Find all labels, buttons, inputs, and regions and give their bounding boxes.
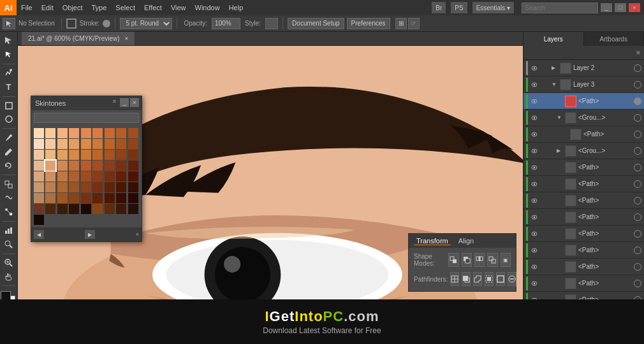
layer-expand-icon[interactable]: ▼: [557, 115, 563, 120]
pen-tool[interactable]: [1, 67, 17, 80]
layer-lock-icon[interactable]: [541, 163, 550, 172]
menu-select[interactable]: Select: [111, 0, 140, 15]
skintones-minimize-btn[interactable]: _: [120, 98, 129, 107]
swatch-21[interactable]: [69, 150, 79, 160]
swatch-32[interactable]: [92, 161, 103, 171]
ellipse-tool[interactable]: [1, 113, 17, 126]
swatch-30[interactable]: [69, 161, 79, 171]
swatch-19[interactable]: [45, 150, 55, 160]
pathfinder-crop-btn[interactable]: [485, 272, 494, 286]
pathfinder-merge-btn[interactable]: [473, 272, 482, 286]
document-close-icon[interactable]: ×: [125, 35, 129, 42]
swatch-62[interactable]: [128, 193, 138, 203]
swatch-11[interactable]: [57, 139, 68, 149]
layer-target-indicator[interactable]: [634, 131, 641, 138]
document-setup-button[interactable]: Document Setup: [288, 18, 344, 29]
layer-item[interactable]: <Path>: [523, 259, 644, 275]
layer-visibility-icon[interactable]: [530, 97, 539, 106]
swatch-54[interactable]: [34, 193, 44, 203]
layer-target-indicator[interactable]: [634, 280, 641, 287]
layer-target-indicator[interactable]: [634, 164, 641, 171]
swatch-61[interactable]: [116, 193, 126, 203]
swatch-45[interactable]: [34, 182, 44, 192]
swatch-7[interactable]: [116, 128, 126, 138]
layer-lock-icon[interactable]: [541, 113, 550, 122]
swatch-57[interactable]: [69, 193, 79, 203]
menu-help[interactable]: Help: [224, 0, 248, 15]
swatch-0[interactable]: [34, 128, 44, 138]
swatch-56[interactable]: [57, 193, 68, 203]
canvas-area[interactable]: 21.ai* @ 600% (CMYK/Preview) ×: [18, 32, 523, 330]
shape-mode-exclude-btn[interactable]: [487, 253, 497, 267]
menu-object[interactable]: Object: [58, 0, 87, 15]
layer-expand-icon[interactable]: ▶: [552, 65, 558, 71]
skintones-back-btn[interactable]: ◀: [34, 230, 44, 239]
document-tab[interactable]: 21.ai* @ 600% (CMYK/Preview) ×: [22, 32, 135, 45]
swatch-70[interactable]: [116, 204, 126, 214]
symbol-sprayer-tool[interactable]: [1, 238, 17, 251]
swatch-63[interactable]: [34, 204, 44, 214]
layer-visibility-icon[interactable]: [530, 196, 539, 205]
swatch-22[interactable]: [81, 150, 91, 160]
swatch-52[interactable]: [116, 182, 126, 192]
layer-target-indicator[interactable]: [634, 197, 641, 204]
swatch-60[interactable]: [105, 193, 115, 203]
swatch-13[interactable]: [81, 139, 91, 149]
swatch-72[interactable]: [34, 215, 44, 225]
layers-tab[interactable]: Layers: [523, 32, 584, 46]
swatch-66[interactable]: [69, 204, 79, 214]
layer-target-indicator[interactable]: [634, 230, 641, 238]
swatch-34[interactable]: [116, 161, 126, 171]
column-graph-tool[interactable]: [1, 224, 17, 237]
swatch-23[interactable]: [92, 150, 103, 160]
swatch-27[interactable]: [34, 161, 44, 171]
layer-item[interactable]: <Path>: [523, 275, 644, 292]
minimize-button[interactable]: _: [601, 3, 612, 12]
layer-item[interactable]: ▼Layer 3: [523, 76, 644, 93]
maximize-button[interactable]: □: [615, 3, 626, 12]
menu-file[interactable]: File: [17, 0, 37, 15]
layer-visibility-icon[interactable]: [530, 213, 539, 222]
menu-view[interactable]: View: [166, 0, 191, 15]
swatch-16[interactable]: [116, 139, 126, 149]
swatch-14[interactable]: [92, 139, 103, 149]
skintones-search-input[interactable]: [34, 113, 139, 123]
swatch-65[interactable]: [57, 204, 68, 214]
align-tab[interactable]: Align: [456, 237, 476, 245]
hand-tool[interactable]: [1, 271, 17, 283]
brush-size-select[interactable]: 5 pt. Round 3 pt. Round 1 pt. Round: [120, 18, 172, 29]
swatch-8[interactable]: [128, 128, 138, 138]
transform-tab[interactable]: Transform: [414, 237, 451, 245]
menu-window[interactable]: Window: [191, 0, 224, 15]
layer-lock-icon[interactable]: [541, 180, 550, 189]
swatch-4[interactable]: [81, 128, 91, 138]
swatch-53[interactable]: [128, 182, 138, 192]
paintbrush-tool[interactable]: [1, 131, 17, 144]
layer-visibility-icon[interactable]: [530, 130, 539, 139]
menu-effect[interactable]: Effect: [140, 0, 166, 15]
swatch-67[interactable]: [81, 204, 91, 214]
swatch-49[interactable]: [81, 182, 91, 192]
layer-lock-icon[interactable]: [541, 97, 550, 106]
shape-mode-subtract-btn[interactable]: [462, 253, 472, 267]
swatch-51[interactable]: [105, 182, 115, 192]
close-button[interactable]: ×: [629, 3, 640, 12]
layer-target-indicator[interactable]: [634, 180, 641, 188]
shape-mode-expand-btn[interactable]: ▣: [501, 253, 511, 267]
layer-expand-icon[interactable]: ▶: [557, 148, 563, 154]
zoom-tool[interactable]: [1, 257, 17, 269]
stroke-style-round[interactable]: [103, 20, 110, 27]
pathfinder-minus-back-btn[interactable]: [508, 272, 516, 286]
arrange-icon[interactable]: ⊞: [395, 18, 407, 29]
skintones-menu-btn[interactable]: ≡: [113, 98, 116, 107]
make-sublayer-icon[interactable]: ≡: [636, 49, 640, 56]
swatch-15[interactable]: [105, 139, 115, 149]
layer-lock-icon[interactable]: [541, 279, 550, 288]
photoshop-btn[interactable]: PS: [451, 2, 467, 13]
layer-visibility-icon[interactable]: [530, 163, 539, 172]
layer-target-indicator[interactable]: [634, 81, 641, 89]
swatch-3[interactable]: [69, 128, 79, 138]
layer-item[interactable]: ▼<Grou...>: [523, 110, 644, 126]
swatch-58[interactable]: [81, 193, 91, 203]
layer-target-indicator[interactable]: [634, 64, 641, 72]
